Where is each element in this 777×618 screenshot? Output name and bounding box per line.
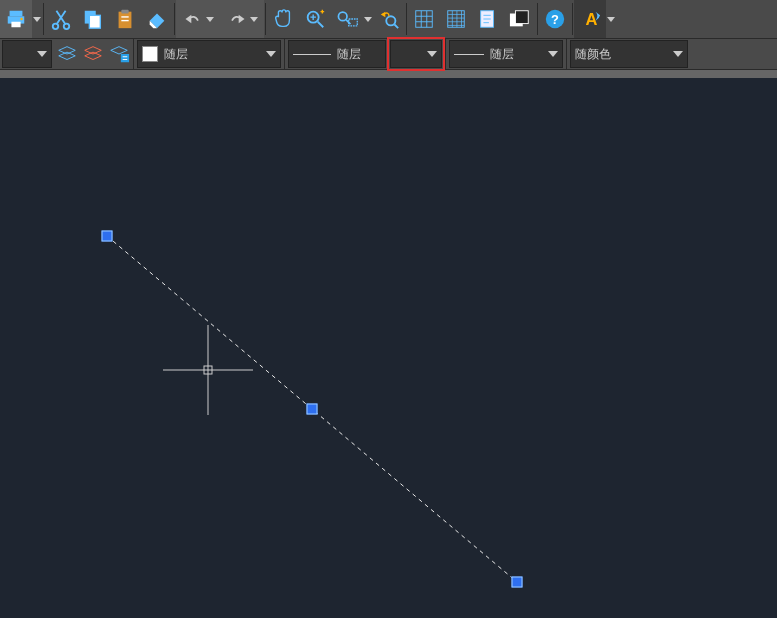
canvas-svg [0,78,777,618]
print-dropdown[interactable] [32,17,42,22]
svg-text:A: A [585,10,597,28]
layer-iso-icon[interactable] [54,41,80,67]
svg-rect-14 [349,19,358,26]
svg-point-4 [53,24,59,30]
zoom-realtime-button[interactable] [299,0,331,38]
lineweight-preview [454,54,484,55]
redo-button[interactable] [220,0,264,38]
svg-rect-20 [515,11,528,24]
svg-rect-16 [416,11,433,28]
notes-button[interactable] [472,0,504,38]
linetype-dropdown[interactable]: 随层 [288,40,386,68]
svg-text:?: ? [551,12,559,27]
grip-end[interactable] [512,577,523,588]
grip-mid[interactable] [307,404,318,415]
lineweight-dropdown[interactable]: 随层 [449,40,563,68]
svg-rect-10 [121,16,128,17]
layer-manager-icon[interactable] [106,41,132,67]
properties-bar: 随层 随层 随层 随颜色 [0,39,777,70]
linetype-preview [293,54,331,55]
ribbon-strip [0,70,777,78]
color-dropdown[interactable]: 随层 [137,40,281,68]
drawing-canvas[interactable] [0,78,777,618]
paste-button[interactable] [109,0,141,38]
erase-button[interactable] [141,0,173,38]
layer-off-icon[interactable] [80,41,106,67]
lineweight-label: 随层 [490,46,514,63]
sheets-button[interactable] [504,0,536,38]
color-label: 随层 [164,46,188,63]
help-button[interactable]: ? [539,0,571,38]
svg-point-3 [20,18,22,20]
svg-point-15 [386,16,395,25]
grip-start[interactable] [102,231,113,242]
grid2-button[interactable] [440,0,472,38]
svg-rect-9 [121,10,128,14]
svg-rect-11 [121,20,128,21]
undo-button[interactable] [176,0,220,38]
color-swatch [142,46,158,62]
svg-rect-2 [11,22,20,28]
zoom-dropdown[interactable] [363,17,373,22]
layer-state-dropdown[interactable] [2,40,52,68]
print-button[interactable] [0,0,32,38]
svg-rect-24 [121,54,129,62]
main-toolbar: ? A [0,0,777,39]
linetype-label: 随层 [337,46,361,63]
svg-point-13 [338,12,347,21]
text-style-button[interactable]: A [574,0,606,38]
copy-button[interactable] [77,0,109,38]
text-style-dropdown[interactable] [606,17,616,22]
svg-point-5 [64,24,70,30]
plotcolor-label: 随颜色 [575,46,611,63]
cut-button[interactable] [45,0,77,38]
pan-button[interactable] [267,0,299,38]
grid1-button[interactable] [408,0,440,38]
svg-rect-0 [10,11,23,17]
zoom-previous-button[interactable] [373,0,405,38]
linetype-scale-dropdown[interactable] [390,40,442,68]
zoom-window-button[interactable] [331,0,363,38]
svg-rect-7 [89,15,100,28]
plotcolor-dropdown[interactable]: 随颜色 [570,40,688,68]
crosshair-cursor [163,325,253,415]
